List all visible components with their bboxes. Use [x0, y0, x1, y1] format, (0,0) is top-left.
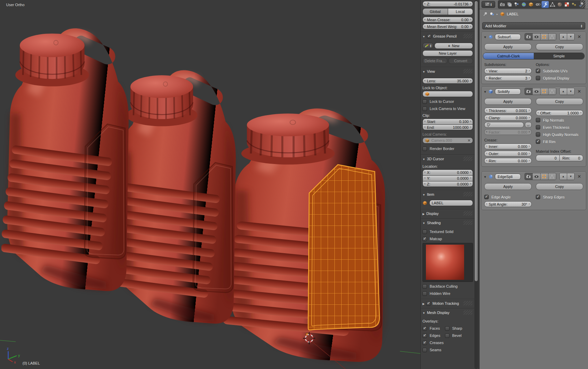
move-down-button[interactable]: ▼ — [567, 33, 574, 40]
lock-to-object-selector[interactable] — [422, 91, 473, 97]
render-visibility-toggle[interactable] — [525, 33, 533, 40]
cage-toggle[interactable] — [548, 88, 556, 95]
clear-x-icon[interactable]: ✕ — [468, 138, 471, 143]
crease-outer-field[interactable]: Outer: 0.000 — [484, 151, 532, 156]
mean-bevel-weight-field[interactable]: Mean Bevel Weig: 0.00 — [422, 24, 473, 29]
expand-icon[interactable] — [484, 175, 487, 179]
optimal-display-checkbox[interactable]: Optimal Display — [536, 75, 583, 81]
thickness-field[interactable]: Thickness: 0.0001 — [484, 108, 532, 113]
edges-checkbox[interactable]: Edges — [422, 333, 445, 338]
move-down-button[interactable]: ▼ — [567, 173, 574, 180]
cage-toggle[interactable] — [548, 33, 556, 40]
tab-scene[interactable] — [513, 1, 520, 8]
modifier-name-field[interactable]: EdgeSpli — [495, 174, 521, 180]
even-thickness-checkbox[interactable]: Even Thickness — [536, 124, 583, 130]
motion-tracking-panel-header[interactable]: Motion Tracking — [422, 300, 473, 307]
sharp-checkbox[interactable]: Sharp — [445, 326, 473, 331]
selected-label-wireframe[interactable] — [308, 165, 379, 330]
vertex-group-field[interactable] — [484, 122, 524, 128]
expand-icon[interactable] — [484, 35, 487, 39]
expand-icon[interactable] — [484, 90, 487, 94]
local-camera-selector[interactable]: Camera.000 ✕ — [422, 137, 473, 144]
viewport-canvas[interactable]: z y x — [0, 0, 479, 369]
tab-constraints[interactable] — [534, 1, 542, 8]
tab-material[interactable] — [556, 1, 563, 8]
editmode-visibility-toggle[interactable] — [541, 33, 548, 40]
jerry-can-2[interactable] — [110, 70, 236, 324]
viewport-visibility-toggle[interactable] — [533, 173, 541, 180]
tab-object[interactable] — [527, 1, 534, 8]
modifier-name-field[interactable]: Subsurf. — [495, 34, 521, 40]
cursor-y-field[interactable]: Y: 0.0000 — [422, 175, 473, 181]
high-quality-normals-checkbox[interactable]: High Quality Normals — [536, 132, 583, 137]
cage-toggle[interactable] — [548, 173, 556, 180]
subsurf-view-field[interactable]: View: 2 — [484, 68, 532, 74]
pin-icon[interactable] — [483, 12, 488, 16]
lock-to-cursor-checkbox[interactable]: Lock to Cursor — [422, 99, 473, 104]
apply-button[interactable]: Apply — [484, 98, 532, 105]
sharp-edges-checkbox[interactable]: Sharp Edges — [536, 194, 583, 200]
fill-rim-checkbox[interactable]: Fill Rim — [536, 139, 583, 145]
tab-particles[interactable] — [570, 1, 577, 8]
edge-angle-checkbox[interactable]: Edge Angle — [484, 194, 532, 200]
lens-field[interactable]: Lens: 35.000 — [422, 78, 473, 84]
scrollbar-thumb[interactable] — [474, 1, 478, 282]
view-panel-header[interactable]: View — [422, 68, 473, 75]
item-name-field[interactable]: LABEL — [429, 200, 473, 206]
grease-pencil-header[interactable]: Grease Pencil — [422, 33, 473, 40]
creases-checkbox[interactable]: Creases — [422, 340, 445, 345]
offset-field[interactable]: Offset: 1.0000 — [536, 110, 583, 116]
tab-render[interactable] — [499, 1, 506, 8]
lock-camera-checkbox[interactable]: Lock Camera to View — [422, 106, 473, 111]
add-modifier-dropdown[interactable]: Add Modifier ▴▾ — [482, 22, 585, 29]
flip-normals-checkbox[interactable]: Flip Normals — [536, 117, 583, 123]
crease-rim-field[interactable]: Rim: 0.000 — [484, 158, 532, 164]
3d-cursor-panel-header[interactable]: 3D Cursor — [422, 155, 473, 162]
apply-button[interactable]: Apply — [484, 183, 532, 190]
clip-start-field[interactable]: Start: 0.100 — [422, 119, 473, 124]
copy-button[interactable]: Copy — [536, 43, 583, 50]
textured-solid-checkbox[interactable]: Textured Solid — [422, 229, 473, 234]
move-down-button[interactable]: ▼ — [567, 88, 574, 95]
viewport-visibility-toggle[interactable] — [533, 88, 541, 95]
catmull-clark-option[interactable]: Catmull-Clark — [483, 53, 534, 59]
clip-end-field[interactable]: End: 1000.000 — [422, 124, 473, 130]
tab-texture[interactable] — [563, 1, 570, 8]
object-context-icon[interactable] — [490, 12, 494, 16]
render-visibility-toggle[interactable] — [525, 88, 533, 95]
modifier-name-field[interactable]: Solidify — [495, 88, 521, 95]
render-border-checkbox[interactable]: Render Border — [422, 146, 473, 151]
render-visibility-toggle[interactable] — [525, 173, 533, 180]
apply-button[interactable]: Apply — [484, 43, 532, 50]
tab-object-data[interactable] — [549, 1, 556, 8]
global-button[interactable]: Global — [423, 9, 448, 15]
viewport-3d[interactable]: z y x User Ortho (0) LABEL — [0, 0, 479, 369]
grease-pencil-source-button[interactable]: ▴▾ — [422, 43, 433, 49]
crease-inner-field[interactable]: Inner: 0.000 — [484, 144, 532, 149]
split-angle-field[interactable]: Split Angle: 30° — [484, 201, 532, 207]
subsurf-render-field[interactable]: Render: 3 — [484, 75, 532, 81]
delete-modifier-button[interactable]: ✕ — [577, 89, 581, 94]
simple-option[interactable]: Simple — [534, 53, 584, 59]
editmode-visibility-toggle[interactable] — [541, 88, 548, 95]
invert-vertex-group-button[interactable]: ↔ — [525, 122, 532, 128]
tab-render-layers[interactable] — [506, 1, 513, 8]
delete-frame-button[interactable]: Delete Fra... — [422, 58, 447, 64]
viewport-visibility-toggle[interactable] — [533, 33, 541, 40]
mean-crease-field[interactable]: Mean Crease: 0.00 — [422, 17, 473, 23]
motion-tracking-checkbox[interactable] — [426, 301, 431, 306]
shading-panel-header[interactable]: Shading — [422, 219, 473, 226]
seams-checkbox[interactable]: Seams — [422, 347, 445, 353]
tab-modifiers[interactable] — [542, 1, 549, 8]
clamp-field[interactable]: Clamp: 0.0000 — [484, 115, 532, 121]
n-panel-scrollbar[interactable] — [474, 0, 478, 369]
item-panel-header[interactable]: Item — [422, 191, 473, 198]
new-layer-button[interactable]: New Layer — [422, 50, 473, 56]
hidden-wire-checkbox[interactable]: Hidden Wire — [422, 291, 473, 296]
editor-type-button[interactable]: ▴▾ — [482, 1, 495, 8]
copy-button[interactable]: Copy — [536, 183, 583, 190]
move-up-button[interactable]: ▲ — [560, 88, 567, 95]
backface-culling-checkbox[interactable]: Backface Culling — [422, 284, 473, 289]
material-rim-field[interactable]: Rim: 0 — [560, 155, 583, 161]
faces-checkbox[interactable]: Faces — [422, 326, 445, 331]
